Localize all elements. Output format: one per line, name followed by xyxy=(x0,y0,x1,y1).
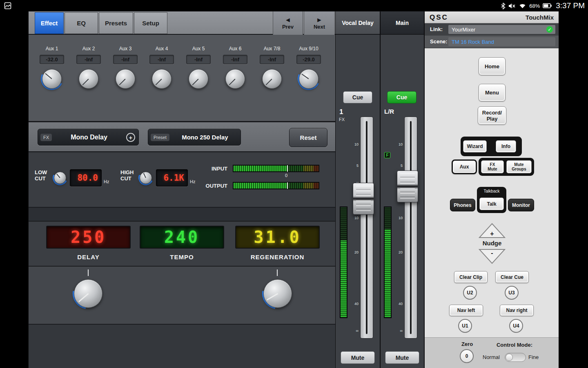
main-channel-meter xyxy=(384,206,392,318)
fx-channel-tag: FX xyxy=(339,117,345,122)
brand-bar: QSC TouchMix xyxy=(425,11,559,23)
tempo-display: 240 xyxy=(140,226,224,249)
effect-tab-bar: Effect EQ Presets Setup ◄ Prev ► Next xyxy=(29,11,336,35)
high-cut-knob[interactable] xyxy=(138,171,153,185)
control-panel-footer: Zero 0 Control Mode: Normal Fine xyxy=(425,337,559,368)
bluetooth-icon xyxy=(501,2,506,9)
phones-button[interactable]: Phones xyxy=(450,199,475,211)
scene-label: Scene: xyxy=(430,38,448,45)
link-row: Link: YourMixer ✓ xyxy=(425,23,559,36)
fx-add-icon[interactable]: + xyxy=(126,133,135,142)
fx-fader-track[interactable] xyxy=(360,117,373,339)
aux-2-knob[interactable] xyxy=(78,68,100,90)
main-mute-button[interactable]: Mute xyxy=(385,351,419,364)
product-name: TouchMix xyxy=(526,14,554,21)
clear-cue-button[interactable]: Clear Cue xyxy=(495,271,529,283)
aux-1-knob[interactable] xyxy=(41,68,63,90)
user-button-u2[interactable]: U2 xyxy=(463,286,477,300)
regeneration-display-label: REGENERATION xyxy=(235,254,320,260)
tab-setup[interactable]: Setup xyxy=(134,12,167,34)
fader-scale-mark: 10 xyxy=(394,142,403,146)
tab-effect[interactable]: Effect xyxy=(35,12,64,34)
nudge-label: Nudge xyxy=(472,240,512,247)
preset-tag: Preset xyxy=(151,134,169,141)
aux-button[interactable]: Aux xyxy=(452,159,477,174)
output-meter xyxy=(233,182,319,189)
main-fader-track[interactable] xyxy=(404,117,417,339)
wizard-button[interactable]: Wizard xyxy=(463,140,487,153)
aux-1-value: -32.0 xyxy=(40,55,64,64)
nav-left-button[interactable]: Nav left xyxy=(449,305,483,316)
main-cue-button[interactable]: Cue xyxy=(387,91,416,103)
fx-mute-button[interactable]: Mute xyxy=(341,351,375,364)
main-channel-strip: Main Cue L/R F 10 5 u 5 10 20 40 ∞ Mute xyxy=(381,11,424,368)
fx-mute-button[interactable]: FX Mute xyxy=(481,160,504,173)
monitor-button[interactable]: Monitor xyxy=(508,199,534,211)
delay-knob[interactable] xyxy=(73,278,104,309)
fx-cue-button[interactable]: Cue xyxy=(343,91,372,103)
user-button-u1[interactable]: U1 xyxy=(458,319,472,333)
mute-groups-button[interactable]: Mute Groups xyxy=(506,160,532,173)
aux-7-8-knob[interactable] xyxy=(261,68,283,90)
aux-6-knob[interactable] xyxy=(224,68,246,90)
menu-button[interactable]: Menu xyxy=(479,84,506,101)
fx-type-name: Mono Delay xyxy=(52,134,126,141)
sound-muted-icon xyxy=(508,3,516,9)
next-arrow-icon: ► xyxy=(316,17,323,23)
control-mode-label: Control Mode: xyxy=(484,342,545,348)
scene-field[interactable]: TM 16 Rock Band xyxy=(448,37,555,46)
tab-eq[interactable]: EQ xyxy=(65,12,98,34)
link-field[interactable]: YourMixer ✓ xyxy=(448,25,555,34)
user-button-u3[interactable]: U3 xyxy=(505,286,519,300)
info-button[interactable]: Info xyxy=(496,140,516,153)
aux-4-knob[interactable] xyxy=(151,68,173,90)
aux-9-10-knob[interactable] xyxy=(298,68,320,90)
scene-row: Scene: TM 16 Rock Band xyxy=(425,36,559,48)
low-cut-knob[interactable] xyxy=(53,171,67,185)
input-meter xyxy=(233,165,319,172)
prev-button[interactable]: ◄ Prev xyxy=(273,11,303,35)
wifi-icon xyxy=(519,3,526,9)
delay-display-label: DELAY xyxy=(46,254,131,260)
tab-presets[interactable]: Presets xyxy=(99,12,133,34)
clock: 3:37 PM xyxy=(556,1,585,10)
fx-select-bar: FX Mono Delay + Preset Mono 250 Delay Re… xyxy=(29,122,336,152)
fx-channel-strip: Vocal Delay Cue 1 FX 10 5 u 5 10 20 40 ∞… xyxy=(336,11,380,368)
aux-send-5: Aux 5 -Inf xyxy=(180,46,217,90)
fx-preset-selector[interactable]: Preset Mono 250 Delay xyxy=(148,129,241,146)
zero-button[interactable]: 0 xyxy=(460,349,474,363)
fx-channel-meter xyxy=(340,206,347,318)
nav-right-button[interactable]: Nav right xyxy=(500,305,534,316)
user-button-u4[interactable]: U4 xyxy=(509,319,523,333)
fader-scale-mark: 10 xyxy=(350,216,359,220)
preset-name: Mono 250 Delay xyxy=(169,134,241,141)
fx-type-selector[interactable]: FX Mono Delay + xyxy=(38,129,139,146)
record-play-button[interactable]: Record/ Play xyxy=(478,106,506,125)
clear-clip-button[interactable]: Clear Clip xyxy=(454,271,488,283)
nudge-down-button[interactable]: - xyxy=(478,249,506,264)
control-mode-toggle[interactable] xyxy=(505,353,526,362)
regeneration-knob[interactable] xyxy=(262,278,293,309)
home-button[interactable]: Home xyxy=(479,57,506,75)
aux-send-2: Aux 2 -Inf xyxy=(70,46,107,90)
nudge-up-button[interactable]: + xyxy=(478,223,506,238)
talkback-label: Talkback xyxy=(477,189,506,193)
aux-send-7-8: Aux 7/8 -Inf xyxy=(254,46,290,90)
next-button[interactable]: ► Next xyxy=(304,11,335,35)
reset-button[interactable]: Reset xyxy=(289,128,327,147)
input-meter-label: INPUT xyxy=(195,166,227,172)
output-meter-label: OUTPUT xyxy=(195,183,227,189)
aux-3-knob[interactable] xyxy=(114,68,136,90)
aux-send-6: Aux 6 -Inf xyxy=(217,46,254,90)
main-fader-handle[interactable] xyxy=(397,171,418,202)
low-cut-value: 80.0 xyxy=(70,169,102,186)
link-ok-icon: ✓ xyxy=(546,26,553,33)
meter-zero-tick xyxy=(287,165,288,172)
fx-params-section: LOW CUT 80.0 Hz HIGH CUT 6.1K Hz INPUT 0… xyxy=(29,153,336,207)
fx-fader-handle[interactable] xyxy=(353,183,374,215)
main-channel-header: Main xyxy=(381,11,424,35)
talk-button[interactable]: Talk xyxy=(479,197,504,210)
fx-channel-header: Vocal Delay xyxy=(336,11,380,35)
fx-channel-number: 1 xyxy=(339,108,343,116)
aux-5-knob[interactable] xyxy=(187,68,209,90)
